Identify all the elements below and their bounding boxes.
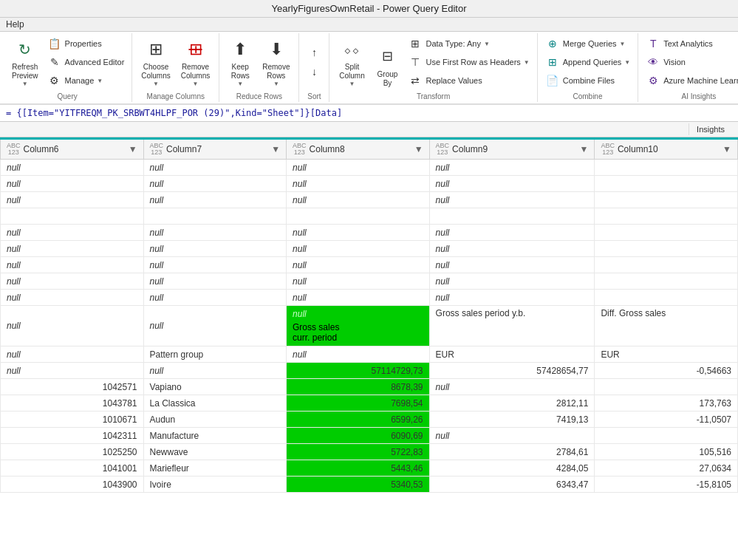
keep-rows-button[interactable]: ⬆ KeepRows ▼ — [224, 36, 256, 89]
cell-col6[interactable] — [1, 208, 144, 225]
cell-col7[interactable]: Manufacture — [143, 428, 287, 444]
cell-col8[interactable]: null — [287, 290, 430, 306]
cell-col8[interactable]: 7698,54 — [287, 395, 430, 412]
insights-tab[interactable]: Insights — [689, 123, 732, 135]
cell-col10[interactable]: 27,0634 — [595, 460, 738, 477]
cell-col6[interactable]: null — [1, 225, 144, 241]
cell-col6[interactable]: null — [1, 273, 144, 290]
cell-col7[interactable]: null — [143, 176, 287, 192]
cell-col10[interactable]: -15,8105 — [595, 477, 738, 493]
cell-col8[interactable]: 5340,53 — [287, 477, 430, 493]
cell-col8[interactable] — [287, 208, 430, 225]
cell-col9[interactable]: null — [429, 257, 595, 273]
cell-col9[interactable]: null — [429, 176, 595, 192]
cell-col7[interactable]: Newwave — [143, 444, 287, 460]
cell-col9[interactable]: 6343,47 — [429, 477, 595, 493]
cell-col9[interactable]: 57428654,77 — [429, 363, 595, 379]
cell-col8[interactable]: 6090,69 — [287, 428, 430, 444]
cell-col6[interactable]: 1042311 — [1, 428, 144, 444]
col-header-10[interactable]: ABC123 Column10 ▼ — [595, 139, 738, 160]
cell-col6[interactable]: 1025250 — [1, 444, 144, 460]
cell-col6[interactable]: 1010671 — [1, 412, 144, 428]
vision-button[interactable]: 👁 Vision — [643, 53, 738, 71]
cell-col9[interactable]: null — [429, 160, 595, 176]
cell-col10[interactable] — [595, 225, 738, 241]
remove-rows-button[interactable]: ⬇ RemoveRows ▼ — [258, 36, 294, 89]
cell-col10[interactable] — [595, 428, 738, 444]
cell-col9[interactable]: 2784,61 — [429, 444, 595, 460]
cell-col8[interactable]: 57114729,73 — [287, 363, 430, 379]
cell-col6[interactable]: null — [1, 306, 144, 346]
cell-col6[interactable]: 1043781 — [1, 395, 144, 412]
cell-col9[interactable]: null — [429, 290, 595, 306]
cell-col9[interactable]: null — [429, 192, 595, 208]
col6-filter[interactable]: ▼ — [129, 144, 137, 154]
cell-col10[interactable] — [595, 241, 738, 257]
text-analytics-button[interactable]: T Text Analytics — [643, 35, 738, 52]
remove-columns-button[interactable]: ⊞ RemoveColumns ▼ — [177, 36, 214, 89]
cell-col6[interactable]: null — [1, 290, 144, 306]
menu-help[interactable]: Help — [6, 19, 24, 30]
cell-col10[interactable] — [595, 290, 738, 306]
cell-col6[interactable]: null — [1, 363, 144, 379]
cell-col10[interactable] — [595, 273, 738, 290]
use-first-row-button[interactable]: ⊤ Use First Row as Headers ▼ — [405, 53, 532, 71]
cell-col9[interactable]: 4284,05 — [429, 460, 595, 477]
cell-col7[interactable] — [143, 208, 287, 225]
cell-col7[interactable]: null — [143, 225, 287, 241]
cell-col7[interactable]: Ivoire — [143, 477, 287, 493]
cell-col10[interactable] — [595, 176, 738, 192]
cell-col8[interactable]: null — [287, 160, 430, 176]
cell-col8[interactable]: 8678,39 — [287, 379, 430, 395]
data-type-button[interactable]: ⊞ Data Type: Any ▼ — [405, 35, 532, 52]
sort-desc-button[interactable]: ↓ — [304, 63, 324, 81]
cell-col9[interactable]: EUR — [429, 346, 595, 363]
cell-col8[interactable]: null — [287, 346, 430, 363]
cell-col7[interactable]: Vapiano — [143, 379, 287, 395]
cell-col6[interactable]: null — [1, 176, 144, 192]
choose-columns-button[interactable]: ⊞ ChooseColumns ▼ — [137, 36, 174, 89]
cell-col7[interactable]: Pattern group — [143, 346, 287, 363]
cell-col8[interactable]: null — [287, 176, 430, 192]
cell-col10[interactable]: EUR — [595, 346, 738, 363]
properties-button[interactable]: 📋 Properties — [44, 35, 128, 52]
col8-filter[interactable]: ▼ — [414, 144, 423, 154]
cell-col8[interactable]: null — [287, 225, 430, 241]
col-header-8[interactable]: ABC123 Column8 ▼ — [287, 139, 430, 160]
cell-col7[interactable]: null — [143, 241, 287, 257]
cell-col8[interactable]: null Gross salescurr. period — [287, 306, 430, 346]
combine-files-button[interactable]: 📄 Combine Files — [542, 72, 633, 89]
cell-col10[interactable] — [595, 379, 738, 395]
cell-col7[interactable]: null — [143, 257, 287, 273]
cell-col7[interactable]: Audun — [143, 412, 287, 428]
cell-col6[interactable]: 1041001 — [1, 460, 144, 477]
cell-col8[interactable]: 5722,83 — [287, 444, 430, 460]
cell-col7[interactable]: null — [143, 306, 287, 346]
cell-col9[interactable]: 7419,13 — [429, 412, 595, 428]
cell-col8[interactable]: null — [287, 257, 430, 273]
col9-filter[interactable]: ▼ — [580, 144, 589, 154]
cell-col10[interactable] — [595, 257, 738, 273]
cell-col8[interactable]: 6599,26 — [287, 412, 430, 428]
cell-col10[interactable]: -0,54663 — [595, 363, 738, 379]
cell-col7[interactable]: null — [143, 273, 287, 290]
azure-ml-button[interactable]: ⚙ Azure Machine Learning — [643, 72, 738, 89]
append-queries-button[interactable]: ⊞ Append Queries ▼ — [542, 53, 633, 71]
cell-col6[interactable]: null — [1, 192, 144, 208]
cell-col7[interactable]: null — [143, 363, 287, 379]
cell-col7[interactable]: null — [143, 290, 287, 306]
cell-col9[interactable]: Gross sales period y.b. — [429, 306, 595, 346]
cell-col8[interactable]: null — [287, 192, 430, 208]
manage-button[interactable]: ⚙ Manage ▼ — [44, 72, 128, 89]
refresh-button[interactable]: ↻ RefreshPreview ▼ — [7, 36, 43, 89]
replace-values-button[interactable]: ⇄ Replace Values — [405, 72, 532, 89]
cell-col10[interactable]: 173,763 — [595, 395, 738, 412]
cell-col6[interactable]: null — [1, 257, 144, 273]
cell-col6[interactable]: null — [1, 241, 144, 257]
split-column-button[interactable]: ⬦⬦ SplitColumn ▼ — [334, 36, 369, 89]
cell-col10[interactable]: Diff. Gross sales — [595, 306, 738, 346]
cell-col9[interactable]: null — [429, 241, 595, 257]
cell-col7[interactable]: null — [143, 192, 287, 208]
data-grid-container[interactable]: ABC123 Column6 ▼ ABC123 Column7 ▼ — [0, 137, 738, 560]
cell-col8[interactable]: null — [287, 241, 430, 257]
